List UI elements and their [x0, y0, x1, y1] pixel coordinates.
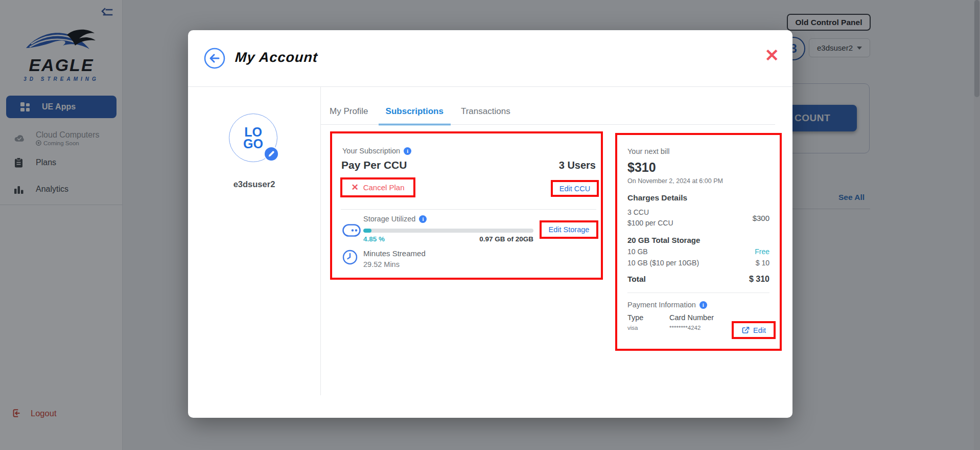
plan-row: Pay Per CCU 3 Users — [341, 159, 596, 171]
account-tabs: My Profile Subscriptions Transactions — [322, 100, 518, 125]
info-icon[interactable]: i — [699, 301, 707, 309]
billing-divider — [627, 292, 769, 293]
edit-storage-button[interactable]: Edit Storage — [540, 220, 598, 239]
my-account-modal: My Account ✕ LO GO e3dsuser2 My Profile … — [188, 30, 792, 418]
edit-ccu-button[interactable]: Edit CCU — [551, 180, 599, 197]
payment-information-label: Payment Information i — [627, 301, 769, 309]
subscription-section-label: Your Subscription i — [342, 147, 411, 155]
plan-name: Pay Per CCU — [341, 159, 407, 171]
tab-subscriptions[interactable]: Subscriptions — [379, 100, 451, 125]
charge-storage-paid-label: 10 GB ($10 per 10GB) — [627, 259, 699, 267]
edit-payment-button[interactable]: Edit — [732, 321, 776, 339]
back-button[interactable] — [203, 47, 226, 70]
subscription-divider — [341, 209, 596, 210]
charge-ccu-amount: $300 — [753, 214, 769, 222]
charge-storage-free-label: 10 GB — [627, 248, 648, 256]
storage-percent: 4.85 % — [363, 235, 385, 243]
storage-section-label: Storage Utilized i — [363, 215, 427, 223]
next-bill-label: Your next bill — [627, 147, 769, 155]
storage-progress-fill — [363, 229, 371, 233]
charge-storage-paid-amount: $ 10 — [756, 259, 769, 267]
card-number-label: Card Number — [669, 313, 714, 322]
charge-row-ccu: 3 CCU $100 per CCU $300 — [627, 207, 769, 229]
minutes-streamed-value: 29.52 Mins — [363, 260, 400, 268]
subscription-card: Your Subscription i Pay Per CCU 3 Users … — [330, 131, 603, 280]
tab-my-profile[interactable]: My Profile — [322, 100, 376, 125]
minutes-streamed-label: Minutes Streamed — [363, 249, 426, 258]
modal-header-divider — [188, 86, 792, 87]
close-icon[interactable]: ✕ — [765, 47, 780, 64]
info-icon[interactable]: i — [419, 215, 427, 223]
x-icon: ✕ — [351, 183, 358, 192]
payment-type-value: visa — [627, 325, 669, 331]
charge-ccu-line2: $100 per CCU — [627, 218, 673, 229]
next-bill-amount: $310 — [627, 160, 769, 175]
storage-progress-bar — [363, 229, 533, 233]
avatar-edit-button[interactable] — [264, 146, 279, 162]
billing-card: Your next bill $310 On November 2, 2024 … — [615, 133, 782, 351]
edit-storage-label: Edit Storage — [549, 226, 590, 234]
cancel-plan-button[interactable]: ✕ Cancel Plan — [340, 177, 415, 197]
edit-ccu-label: Edit CCU — [559, 185, 590, 193]
storage-usage: 0.97 GB of 20GB — [434, 235, 533, 243]
cancel-plan-label: Cancel Plan — [363, 183, 405, 192]
profile-username: e3dsuser2 — [188, 179, 320, 189]
charges-details-title: Charges Details — [627, 193, 769, 202]
total-label: Total — [627, 275, 646, 284]
tab-transactions[interactable]: Transactions — [454, 100, 518, 125]
charge-row-storage-free: 10 GB Free — [627, 248, 769, 256]
payment-type-label: Type — [627, 313, 669, 322]
total-value: $ 310 — [749, 275, 769, 284]
modal-title: My Account — [235, 50, 318, 65]
plan-users: 3 Users — [559, 160, 596, 171]
info-icon[interactable]: i — [404, 147, 411, 155]
charge-storage-free-amount: Free — [755, 248, 769, 256]
edit-icon — [741, 326, 750, 334]
clock-icon — [342, 250, 358, 267]
app-root: EAGLE 3D STREAMING UE Apps — [0, 0, 980, 450]
avatar-logo-line2: GO — [243, 138, 263, 150]
charge-ccu-line1: 3 CCU — [627, 207, 673, 218]
storage-drive-icon — [342, 224, 361, 239]
edit-payment-label: Edit — [753, 326, 766, 334]
storage-charge-title: 20 GB Total Storage — [627, 236, 769, 244]
profile-divider — [320, 86, 321, 395]
charge-row-storage-paid: 10 GB ($10 per 10GB) $ 10 — [627, 259, 769, 267]
tabs-divider — [320, 124, 775, 125]
total-row: Total $ 310 — [627, 275, 769, 284]
card-number-value: ********4242 — [669, 325, 714, 331]
pencil-icon — [268, 150, 275, 158]
next-bill-date: On November 2, 2024 at 6:00 PM — [627, 177, 769, 185]
